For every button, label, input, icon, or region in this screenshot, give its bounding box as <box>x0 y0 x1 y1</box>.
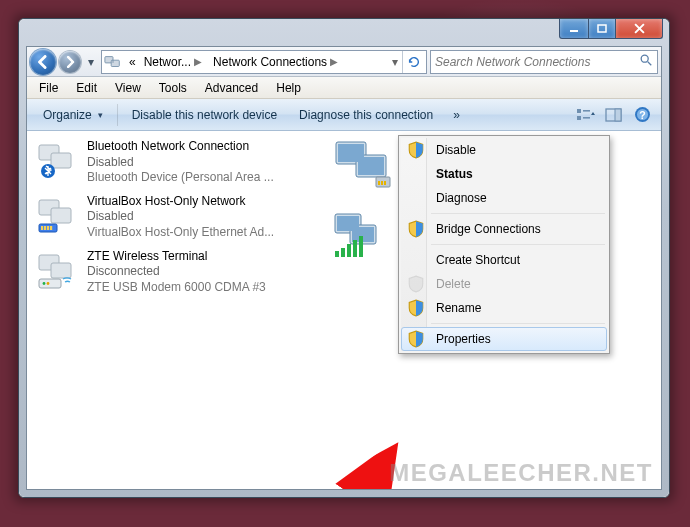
svg-rect-45 <box>359 236 363 257</box>
connection-device: Bluetooth Device (Personal Area ... <box>87 170 274 186</box>
organize-button[interactable]: Organize <box>33 104 113 126</box>
connections-list: Bluetooth Network Connection Disabled Bl… <box>27 131 661 489</box>
svg-rect-22 <box>47 226 49 230</box>
window-client-area: ▾ « Networ...▶ Network Connections▶ ▾ <box>26 46 662 490</box>
svg-rect-36 <box>384 181 386 185</box>
nav-back-button[interactable] <box>30 49 56 75</box>
ctx-separator <box>431 244 605 245</box>
list-column-1: Bluetooth Network Connection Disabled Bl… <box>27 135 327 299</box>
menu-help[interactable]: Help <box>268 79 309 97</box>
svg-rect-44 <box>353 240 357 257</box>
ethernet-connection-icon <box>35 194 79 238</box>
svg-rect-0 <box>570 30 578 32</box>
svg-rect-10 <box>615 109 621 121</box>
svg-rect-43 <box>347 244 351 257</box>
ctx-label: Status <box>436 167 473 181</box>
ctx-rename[interactable]: Rename <box>401 296 607 320</box>
svg-rect-26 <box>39 279 61 288</box>
shield-icon <box>407 275 425 293</box>
connection-item[interactable]: ZTE Wireless Terminal Disconnected ZTE U… <box>27 245 327 300</box>
search-icon <box>639 53 653 70</box>
wifi-connection-icon <box>332 209 384 261</box>
menu-file[interactable]: File <box>31 79 66 97</box>
view-options-button[interactable] <box>573 102 599 128</box>
ctx-create-shortcut[interactable]: Create Shortcut <box>401 248 607 272</box>
svg-rect-34 <box>378 181 380 185</box>
svg-rect-23 <box>50 226 52 230</box>
minimize-button[interactable] <box>559 19 589 39</box>
svg-rect-32 <box>358 157 384 175</box>
refresh-icon <box>407 55 421 69</box>
ctx-label: Disable <box>436 143 476 157</box>
ctx-properties[interactable]: Properties <box>401 327 607 351</box>
ctx-status[interactable]: Status <box>401 162 607 186</box>
connection-status: Disconnected <box>87 264 266 280</box>
svg-rect-1 <box>598 25 606 32</box>
connection-device: ZTE USB Modem 6000 CDMA #3 <box>87 280 266 296</box>
connection-title: Bluetooth Network Connection <box>87 139 274 155</box>
ctx-label: Rename <box>436 301 481 315</box>
svg-point-28 <box>47 282 50 285</box>
arrow-right-icon <box>64 56 76 68</box>
ctx-delete: Delete <box>401 272 607 296</box>
help-button[interactable]: ? <box>629 102 655 128</box>
svg-rect-6 <box>577 116 581 120</box>
ctx-bridge[interactable]: Bridge Connections <box>401 217 607 241</box>
svg-rect-18 <box>51 208 71 223</box>
svg-rect-3 <box>111 60 119 66</box>
nav-forward-button[interactable] <box>59 51 81 73</box>
menu-bar: File Edit View Tools Advanced Help <box>27 77 661 99</box>
menu-advanced[interactable]: Advanced <box>197 79 266 97</box>
maximize-button[interactable] <box>589 19 616 39</box>
view-icon <box>576 107 596 123</box>
menu-tools[interactable]: Tools <box>151 79 195 97</box>
connection-item[interactable]: VirtualBox Host-Only Network Disabled Vi… <box>27 190 327 245</box>
svg-rect-25 <box>51 263 71 278</box>
location-icon <box>104 53 122 71</box>
chevron-right-icon: ▶ <box>191 56 205 67</box>
help-icon: ? <box>634 106 651 123</box>
lan-connection-icon <box>332 137 396 193</box>
arrow-left-icon <box>36 55 50 69</box>
connection-device: VirtualBox Host-Only Ethernet Ad... <box>87 225 274 241</box>
nav-history-dropdown[interactable]: ▾ <box>84 49 98 75</box>
context-menu: Disable Status Diagnose Bridge Connectio… <box>398 135 610 354</box>
preview-pane-button[interactable] <box>601 102 627 128</box>
ctx-label: Bridge Connections <box>436 222 541 236</box>
menu-edit[interactable]: Edit <box>68 79 105 97</box>
preview-pane-icon <box>605 107 623 123</box>
connection-status: Disabled <box>87 155 274 171</box>
breadcrumb-dropdown[interactable]: ▾ <box>388 55 402 69</box>
shield-icon <box>407 220 425 238</box>
connection-title: VirtualBox Host-Only Network <box>87 194 274 210</box>
more-commands-button[interactable]: » <box>445 108 468 122</box>
modem-connection-icon <box>35 249 79 293</box>
svg-rect-5 <box>577 109 581 113</box>
search-box[interactable]: Search Network Connections <box>430 50 658 74</box>
breadcrumb-crumb-0[interactable]: Networ...▶ <box>140 51 209 73</box>
ctx-separator <box>431 323 605 324</box>
ctx-label: Create Shortcut <box>436 253 520 267</box>
menu-view[interactable]: View <box>107 79 149 97</box>
ctx-label: Diagnose <box>436 191 487 205</box>
shield-icon <box>407 299 425 317</box>
close-button[interactable] <box>616 19 663 39</box>
svg-point-4 <box>641 55 648 62</box>
diagnose-connection-button[interactable]: Diagnose this connection <box>289 104 443 126</box>
ctx-diagnose[interactable]: Diagnose <box>401 186 607 210</box>
bluetooth-connection-icon <box>35 139 79 183</box>
window-controls <box>559 19 663 39</box>
disable-device-button[interactable]: Disable this network device <box>122 104 287 126</box>
breadcrumb-bar[interactable]: « Networ...▶ Network Connections▶ ▾ <box>101 50 427 74</box>
connection-item[interactable]: Bluetooth Network Connection Disabled Bl… <box>27 135 327 190</box>
refresh-button[interactable] <box>402 50 424 74</box>
breadcrumb-crumb-1[interactable]: Network Connections▶ <box>209 51 345 73</box>
svg-rect-21 <box>44 226 46 230</box>
connection-status: Disabled <box>87 209 274 225</box>
breadcrumb-truncation[interactable]: « <box>125 51 140 73</box>
svg-rect-15 <box>51 153 71 168</box>
shield-icon <box>407 141 425 159</box>
svg-rect-20 <box>41 226 43 230</box>
ctx-disable[interactable]: Disable <box>401 138 607 162</box>
svg-point-27 <box>43 282 46 285</box>
